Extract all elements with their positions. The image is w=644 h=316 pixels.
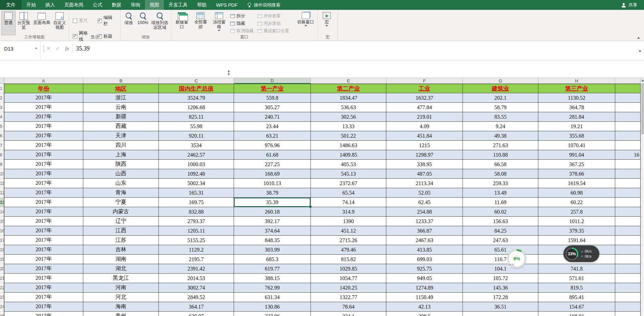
row-header[interactable]: 9 bbox=[0, 160, 4, 169]
cell[interactable]: 378.66 bbox=[538, 169, 615, 179]
enter-icon[interactable] bbox=[56, 45, 60, 52]
cell[interactable]: 辽宁 bbox=[83, 217, 159, 226]
menu-tab[interactable]: 页面布局 bbox=[60, 0, 88, 10]
row-header[interactable]: 17 bbox=[0, 236, 4, 245]
cell[interactable] bbox=[615, 226, 641, 236]
cell[interactable]: 云南 bbox=[83, 103, 159, 112]
cell[interactable]: 1206.68 bbox=[159, 103, 234, 112]
cell[interactable]: 1150.49 bbox=[386, 293, 463, 302]
cell[interactable]: 湖北 bbox=[83, 264, 159, 274]
cell[interactable]: 山西 bbox=[83, 169, 159, 179]
cell[interactable]: 559.8 bbox=[234, 93, 311, 103]
row-header[interactable]: 7 bbox=[0, 141, 4, 150]
cell[interactable]: 699.03 bbox=[386, 255, 463, 264]
scroll-up-icon[interactable] bbox=[641, 79, 644, 81]
column-header[interactable]: C bbox=[159, 78, 234, 84]
cell[interactable]: 314.9 bbox=[311, 207, 386, 217]
cell[interactable]: 42.13 bbox=[386, 302, 463, 312]
split-button[interactable]: 拆分 bbox=[230, 13, 254, 19]
cell[interactable]: 2017年 bbox=[4, 93, 83, 103]
cell[interactable]: 545.13 bbox=[311, 169, 386, 179]
cell[interactable] bbox=[615, 293, 641, 302]
cell[interactable]: 61.68 bbox=[234, 150, 311, 160]
cell[interactable] bbox=[615, 188, 641, 198]
cell[interactable] bbox=[615, 255, 641, 264]
cell[interactable]: 1130.52 bbox=[538, 93, 615, 103]
cell[interactable] bbox=[463, 312, 538, 316]
cell[interactable]: 257.8 bbox=[538, 207, 615, 217]
cell[interactable]: 116.7 bbox=[463, 255, 538, 264]
cell[interactable] bbox=[615, 160, 641, 169]
tell-me-search[interactable]: 操作说明搜索 bbox=[247, 0, 280, 10]
menu-tab[interactable]: WPS PDF bbox=[211, 0, 242, 10]
cell[interactable]: 2849.52 bbox=[159, 293, 234, 302]
cell[interactable]: 338.95 bbox=[386, 160, 463, 169]
cell[interactable]: 1092.48 bbox=[159, 169, 234, 179]
cell[interactable]: 762.99 bbox=[234, 283, 311, 293]
cell[interactable]: 1632.37 bbox=[386, 93, 463, 103]
cell[interactable]: 976.96 bbox=[234, 141, 311, 150]
switch-windows-button[interactable]: 切换窗口 bbox=[296, 11, 316, 35]
row-header[interactable]: 2 bbox=[0, 93, 4, 103]
cell[interactable] bbox=[615, 93, 641, 103]
cell[interactable]: 贵州 bbox=[83, 312, 159, 316]
cell[interactable]: 105.72 bbox=[463, 274, 538, 283]
cell[interactable]: 259.33 bbox=[463, 179, 538, 188]
cell[interactable]: 海南 bbox=[83, 302, 159, 312]
cell[interactable]: 西藏 bbox=[83, 122, 159, 131]
cell[interactable]: 2014.53 bbox=[159, 274, 234, 283]
cell[interactable]: 925.75 bbox=[386, 264, 463, 274]
cell[interactable]: 黑龙江 bbox=[83, 274, 159, 283]
cell[interactable]: 1129.2 bbox=[159, 245, 234, 255]
cell[interactable]: 110.88 bbox=[463, 150, 538, 160]
collapse-ribbon-icon[interactable] bbox=[637, 37, 640, 39]
cell[interactable]: 58.08 bbox=[463, 169, 538, 179]
cell[interactable]: 1322.77 bbox=[311, 293, 386, 302]
cell[interactable]: 1298.97 bbox=[386, 150, 463, 160]
row-header[interactable]: 21 bbox=[0, 274, 4, 283]
cell[interactable]: 5155.25 bbox=[159, 236, 234, 245]
cell[interactable]: 2017年 bbox=[4, 283, 83, 293]
unhide-button[interactable]: 取消隐藏 bbox=[230, 28, 254, 34]
cell[interactable]: 2195.7 bbox=[159, 255, 234, 264]
formula-input[interactable]: 35.39 bbox=[76, 45, 90, 56]
new-window-button[interactable]: 新建窗口 bbox=[173, 11, 191, 35]
cell[interactable] bbox=[615, 141, 641, 150]
menu-tab[interactable]: 开始 bbox=[22, 0, 41, 10]
cell[interactable] bbox=[615, 179, 641, 188]
cell[interactable]: 1486.63 bbox=[311, 141, 386, 150]
cell[interactable]: 2017年 bbox=[4, 198, 83, 207]
cell[interactable]: 1834.47 bbox=[311, 93, 386, 103]
cell[interactable]: 451.84 bbox=[386, 131, 463, 141]
cell[interactable]: 5002.34 bbox=[159, 179, 234, 188]
cell[interactable]: 23.44 bbox=[234, 122, 311, 131]
row-header[interactable]: 8 bbox=[0, 150, 4, 160]
formula-bar-drag-handle[interactable] bbox=[43, 45, 44, 52]
cell[interactable]: 825.11 bbox=[159, 112, 234, 122]
cell[interactable]: 60.98 bbox=[538, 188, 615, 198]
cell[interactable]: 新疆 bbox=[83, 112, 159, 122]
cell[interactable]: 19.21 bbox=[538, 122, 615, 131]
cell[interactable] bbox=[615, 236, 641, 245]
cell[interactable]: 949.05 bbox=[386, 274, 463, 283]
cell[interactable]: 487.05 bbox=[386, 169, 463, 179]
cell[interactable]: 四川 bbox=[83, 141, 159, 150]
cell[interactable]: 477.84 bbox=[386, 103, 463, 112]
row-header[interactable]: 4 bbox=[0, 112, 4, 122]
header-cell[interactable] bbox=[615, 84, 641, 93]
cell[interactable]: 848.35 bbox=[234, 236, 311, 245]
cell[interactable] bbox=[615, 312, 641, 316]
cell[interactable]: 1070.41 bbox=[538, 141, 615, 150]
cell[interactable]: 青海 bbox=[83, 188, 159, 198]
cell[interactable]: 63.21 bbox=[234, 131, 311, 141]
cell[interactable]: 2372.67 bbox=[311, 179, 386, 188]
cell[interactable]: 619.77 bbox=[234, 264, 311, 274]
cell[interactable]: 413.85 bbox=[386, 245, 463, 255]
cell[interactable]: 895.41 bbox=[538, 293, 615, 302]
cell[interactable]: 1409.85 bbox=[311, 150, 386, 160]
cell[interactable]: 1029.85 bbox=[311, 264, 386, 274]
row-header[interactable]: 18 bbox=[0, 245, 4, 255]
menu-tab[interactable]: 帮助 bbox=[192, 0, 211, 10]
page-break-preview-button[interactable]: 分页预览 bbox=[16, 11, 31, 35]
cell[interactable]: 364.78 bbox=[538, 103, 615, 112]
